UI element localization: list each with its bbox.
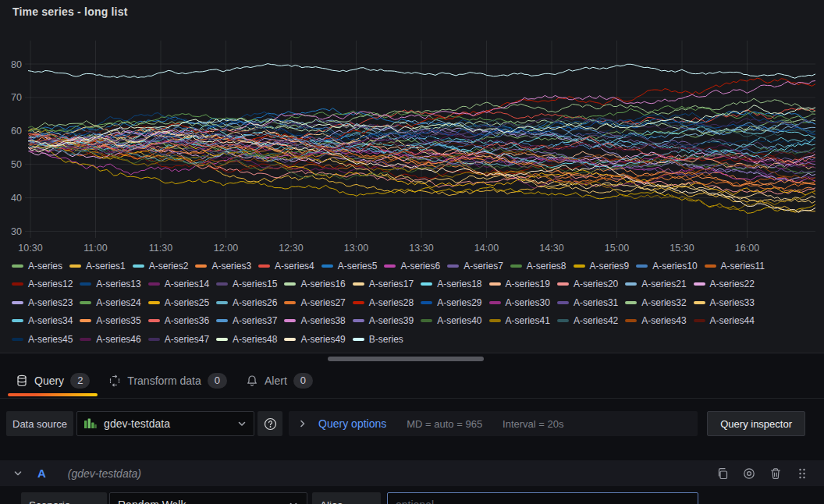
legend-item-B-series[interactable]: B-series [353, 330, 403, 349]
legend-item-A-series49[interactable]: A-series49 [284, 330, 345, 349]
legend-item-A-series42[interactable]: A-series42 [557, 312, 618, 331]
legend-item-A-series10[interactable]: A-series10 [636, 257, 697, 275]
tab-query[interactable]: Query 2 [6, 364, 99, 398]
legend-item-A-series39[interactable]: A-series39 [353, 312, 414, 331]
delete-query-button[interactable] [766, 464, 785, 483]
legend-label: A-series3 [211, 261, 251, 272]
legend-item-A-series13[interactable]: A-series13 [80, 275, 140, 294]
legend-item-A-series17[interactable]: A-series17 [353, 275, 414, 294]
legend-swatch [447, 264, 459, 268]
legend-item-A-series40[interactable]: A-series40 [421, 312, 481, 331]
legend-label: A-series23 [28, 297, 73, 308]
x-axis-label: 16:00 [735, 243, 759, 254]
legend-swatch [12, 282, 23, 286]
legend-item-A-series45[interactable]: A-series45 [12, 330, 73, 349]
legend-item-A-series26[interactable]: A-series26 [216, 293, 277, 312]
legend-item-A-series41[interactable]: A-series41 [489, 312, 550, 331]
legend-label: A-series14 [165, 279, 209, 289]
legend-item-A-series11[interactable]: A-series11 [705, 257, 765, 275]
legend-item-A-series33[interactable]: A-series33 [694, 293, 755, 312]
legend-item-A-series32[interactable]: A-series32 [625, 293, 686, 312]
x-axis-label: 12:30 [279, 243, 303, 254]
legend-label: A-series19 [506, 279, 550, 289]
legend-item-A-series[interactable]: A-series [12, 257, 62, 275]
legend-swatch [489, 319, 501, 322]
legend-item-A-series18[interactable]: A-series18 [421, 275, 481, 294]
timeseries-panel: 30405060708010:3011:0011:3012:0012:3013:… [0, 0, 824, 353]
legend-item-A-series20[interactable]: A-series20 [557, 275, 618, 294]
legend-item-A-series36[interactable]: A-series36 [148, 312, 209, 331]
legend-item-A-series35[interactable]: A-series35 [80, 312, 140, 331]
legend-item-A-series19[interactable]: A-series19 [489, 275, 550, 294]
legend-label: A-series26 [233, 297, 277, 308]
legend-label: A-series2 [149, 261, 189, 272]
legend-item-A-series48[interactable]: A-series48 [216, 330, 277, 349]
legend-swatch [557, 301, 569, 304]
drag-handle[interactable] [793, 464, 812, 483]
legend-label: A-series45 [28, 334, 73, 345]
legend-item-A-series46[interactable]: A-series46 [80, 330, 140, 349]
datasource-help-button[interactable] [258, 411, 282, 436]
duplicate-query-button[interactable] [713, 464, 732, 483]
chart-legend: A-seriesA-series1A-series2A-series3A-ser… [12, 257, 819, 349]
legend-item-A-series43[interactable]: A-series43 [625, 312, 686, 331]
legend-item-A-series29[interactable]: A-series29 [421, 293, 481, 312]
legend-item-A-series3[interactable]: A-series3 [195, 257, 251, 275]
legend-label: A-series38 [300, 315, 345, 326]
legend-label: A-series22 [710, 279, 755, 289]
legend-item-A-series23[interactable]: A-series23 [12, 293, 73, 312]
scenario-label: Scenario [21, 492, 107, 504]
legend-item-A-series44[interactable]: A-series44 [694, 312, 755, 331]
tab-transform-data[interactable]: Transform data 0 [99, 364, 236, 398]
timeseries-chart[interactable]: 30405060708010:3011:0011:3012:0012:3013:… [0, 0, 824, 256]
legend-item-A-series2[interactable]: A-series2 [133, 257, 189, 275]
datasource-picker[interactable]: gdev-testdata [76, 411, 254, 436]
legend-item-A-series31[interactable]: A-series31 [557, 293, 618, 312]
legend-swatch [80, 319, 91, 322]
legend-item-A-series28[interactable]: A-series28 [353, 293, 414, 312]
scenario-select[interactable]: Random Walk [109, 492, 307, 504]
disable-query-button[interactable] [740, 464, 758, 483]
legend-item-A-series4[interactable]: A-series4 [258, 257, 314, 275]
query-row-header[interactable]: A (gdev-testdata) [0, 460, 824, 486]
legend-item-A-series30[interactable]: A-series30 [489, 293, 550, 312]
legend-item-A-series47[interactable]: A-series47 [148, 330, 209, 349]
legend-item-A-series8[interactable]: A-series8 [510, 257, 566, 275]
legend-item-A-series34[interactable]: A-series34 [12, 312, 73, 331]
query-inspector-button[interactable]: Query inspector [707, 411, 805, 436]
legend-label: A-series36 [165, 315, 209, 326]
alias-label: Alias [312, 492, 381, 504]
legend-item-A-series25[interactable]: A-series25 [148, 293, 209, 312]
legend-item-A-series21[interactable]: A-series21 [625, 275, 686, 294]
horizontal-scrollbar[interactable] [328, 357, 484, 361]
datasource-label: Data source [6, 411, 73, 436]
legend-item-A-series1[interactable]: A-series1 [69, 257, 126, 275]
legend-label: A-series39 [369, 315, 414, 326]
legend-swatch [694, 282, 705, 286]
grip-dots-icon [797, 467, 808, 480]
legend-item-A-series9[interactable]: A-series9 [574, 257, 630, 275]
collapse-chevron-icon [12, 468, 23, 479]
legend-item-A-series14[interactable]: A-series14 [148, 275, 209, 294]
legend-item-A-series37[interactable]: A-series37 [216, 312, 277, 331]
legend-label: A-series13 [96, 279, 140, 289]
legend-item-A-series15[interactable]: A-series15 [216, 275, 277, 294]
legend-item-A-series7[interactable]: A-series7 [447, 257, 503, 275]
x-axis-label: 11:30 [149, 243, 172, 254]
legend-item-A-series5[interactable]: A-series5 [321, 257, 378, 275]
legend-swatch [12, 301, 23, 304]
alias-input[interactable] [387, 492, 698, 504]
legend-item-A-series38[interactable]: A-series38 [284, 312, 345, 331]
chevron-down-icon [236, 418, 247, 429]
legend-item-A-series6[interactable]: A-series6 [384, 257, 440, 275]
legend-item-A-series22[interactable]: A-series22 [694, 275, 755, 294]
query-options-toggle[interactable]: Query options [298, 417, 386, 430]
legend-item-A-series12[interactable]: A-series12 [12, 275, 73, 294]
legend-item-A-series24[interactable]: A-series24 [80, 293, 140, 312]
legend-item-A-series27[interactable]: A-series27 [284, 293, 345, 312]
tab-alert[interactable]: Alert 0 [236, 364, 322, 398]
legend-label: A-series41 [506, 315, 550, 326]
chevron-right-icon [298, 419, 307, 428]
legend-item-A-series16[interactable]: A-series16 [284, 275, 345, 294]
legend-label: A-series28 [369, 297, 414, 308]
